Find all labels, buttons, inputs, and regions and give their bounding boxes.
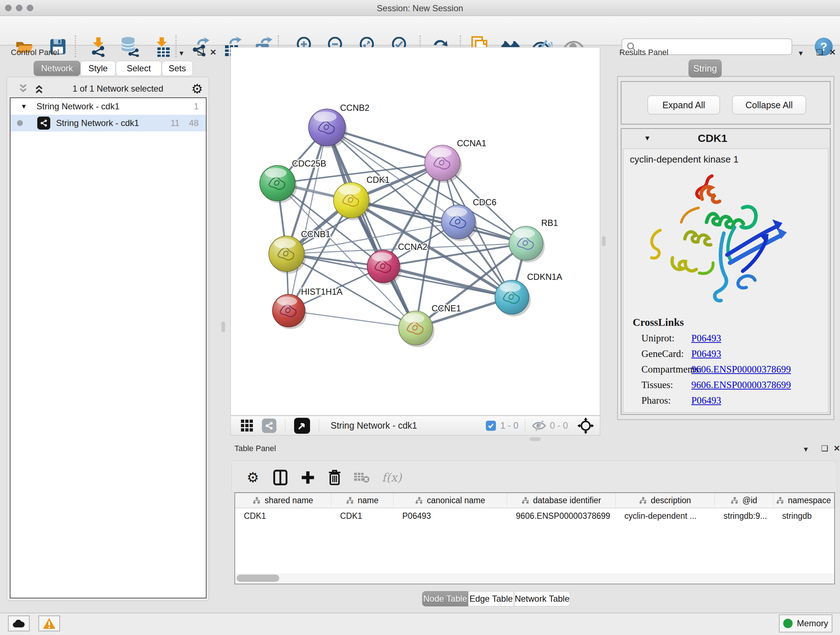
tab-string[interactable]: String [688, 59, 722, 78]
network-list: ▼ String Network - cdk1 1 String Network… [10, 97, 207, 599]
entry-description: cyclin-dependent kinase 1 [630, 154, 828, 165]
memory-status-dot-icon [783, 619, 793, 628]
show-column-selector-icon[interactable] [270, 467, 291, 488]
hidden-eye-slash-icon[interactable] [532, 420, 546, 432]
protein-structure-image [638, 168, 801, 313]
panel-menu-arrow-icon[interactable]: ▾ [180, 49, 183, 57]
crosslink-row: Uniprot: P06493 [623, 333, 828, 344]
column-header-namespace[interactable]: namespace [774, 493, 834, 508]
delete-column-trash-icon[interactable] [325, 467, 345, 488]
crosslink-link[interactable]: P06493 [691, 333, 722, 344]
column-tree-icon [522, 497, 530, 504]
crosslink-link[interactable]: 9606.ENSP00000378699 [691, 379, 791, 391]
panel-float-icon[interactable]: ❑ [816, 49, 823, 57]
table-cell[interactable]: CDK1 [332, 508, 393, 524]
table-cell[interactable]: stringdb:9... [715, 508, 774, 524]
string-network-graph[interactable]: CCNB2CCNA1CDC25BCDK1CDC6RB1CCNB1CCNA2CDK… [231, 48, 600, 415]
network-share-icon[interactable] [262, 418, 276, 433]
table-cell[interactable]: CDK1 [235, 508, 332, 524]
network-edge[interactable] [289, 310, 416, 328]
network-node-ccnb2[interactable]: CCNB2 [309, 103, 369, 148]
panel-menu-arrow-icon[interactable]: ▾ [799, 49, 803, 57]
detach-view-icon[interactable] [294, 418, 310, 434]
title-bar: Session: New Session [0, 0, 840, 16]
table-cell[interactable]: cyclin-dependent ... [616, 508, 715, 524]
memory-button[interactable]: Memory [779, 614, 832, 632]
collection-count: 1 [194, 101, 199, 111]
network-canvas[interactable]: CCNB2CCNA1CDC25BCDK1CDC6RB1CCNB1CCNA2CDK… [231, 47, 600, 416]
crosslink-link[interactable]: 9606.ENSP00000378699 [691, 364, 791, 375]
network-node-ccnb1[interactable]: CCNB1 [269, 229, 330, 274]
network-current-dot-icon [17, 120, 23, 126]
node-table: shared namenamecanonical namedatabase id… [234, 492, 835, 584]
results-panel-title: Results Panel [619, 48, 668, 57]
crosslink-link[interactable]: P06493 [691, 348, 722, 359]
tab-style[interactable]: Style [80, 61, 116, 76]
table-options-gear-icon[interactable]: ⚙ [243, 467, 263, 488]
tab-network-table[interactable]: Network Table [514, 591, 570, 606]
left-splitter-handle[interactable] [221, 321, 225, 333]
table-cell[interactable]: 9606.ENSP00000378699 [507, 508, 616, 524]
table-row[interactable]: CDK1CDK1P064939606.ENSP00000378699cyclin… [235, 508, 834, 524]
expand-collapse-bar: Expand All Collapse All [621, 81, 831, 125]
column-header-canonical-name[interactable]: canonical name [393, 493, 507, 508]
table-tabs: Node TableEdge TableNetwork Table [422, 591, 570, 606]
tab-edge-table[interactable]: Edge Table [468, 591, 514, 606]
table-horizontal-scrollbar[interactable] [235, 573, 834, 583]
collapse-all-button[interactable]: Collapse All [732, 96, 806, 114]
network-node-label: CDC25B [292, 158, 326, 168]
crosslink-link[interactable]: P06493 [691, 395, 722, 406]
scrollbar-thumb[interactable] [237, 575, 279, 582]
warnings-button[interactable] [38, 616, 60, 631]
network-edge[interactable] [289, 127, 327, 310]
table-header-row: shared namenamecanonical namedatabase id… [235, 493, 834, 508]
tab-network[interactable]: Network [34, 61, 80, 76]
network-node-rb1[interactable]: RB1 [509, 218, 558, 263]
tab-sets[interactable]: Sets [162, 61, 193, 76]
column-header--id[interactable]: @id [715, 493, 774, 508]
tab-node-table[interactable]: Node Table [422, 591, 468, 606]
network-node-label: HIST1H1A [301, 287, 343, 296]
network-row[interactable]: String Network - cdk1 11 48 [11, 115, 206, 131]
network-node-label: CCNE1 [431, 303, 461, 313]
column-header-description[interactable]: description [616, 493, 715, 508]
network-node-ccna1[interactable]: CCNA1 [425, 138, 486, 183]
collapse-all-chevron-icon[interactable] [18, 83, 28, 94]
grid-view-icon[interactable] [240, 419, 254, 432]
panel-close-icon[interactable]: ✕ [834, 445, 840, 453]
main-toolbar: ? [0, 16, 840, 46]
cdk1-entry-header[interactable]: ▼ CDK1 [622, 129, 830, 148]
table-cell[interactable]: stringdb [774, 508, 834, 524]
network-node-cdkn1a[interactable]: CDKN1A [495, 272, 562, 317]
network-node-hist1h1a[interactable]: HIST1H1A [272, 287, 343, 329]
bottom-splitter-handle[interactable] [530, 437, 540, 441]
expand-all-chevron-icon[interactable] [34, 83, 44, 94]
warning-triangle-icon [43, 618, 56, 629]
entry-expand-arrow-icon[interactable]: ▼ [644, 134, 651, 142]
network-options-gear-icon[interactable]: ⚙ [191, 81, 203, 96]
collection-expand-arrow-icon[interactable]: ▼ [21, 103, 27, 111]
fit-content-crosshair-icon[interactable] [577, 417, 594, 434]
selected-node-edge-counts: 1 - 0 [500, 420, 518, 431]
create-column-plus-icon[interactable] [298, 467, 318, 488]
panel-float-icon[interactable]: ❑ [197, 49, 204, 57]
network-edge[interactable] [327, 127, 416, 328]
selected-checkbox-icon[interactable] [486, 421, 496, 431]
cloud-status-button[interactable] [8, 616, 30, 631]
expand-all-button[interactable]: Expand All [647, 96, 720, 114]
network-node-cdk1[interactable]: CDK1 [333, 175, 390, 220]
column-header-name[interactable]: name [332, 493, 393, 508]
tab-select[interactable]: Select [116, 61, 162, 76]
panel-float-icon[interactable]: ❑ [821, 445, 829, 453]
function-builder-button[interactable]: f(x) [377, 467, 406, 488]
panel-close-icon[interactable]: ✕ [210, 49, 216, 57]
network-collection-row[interactable]: ▼ String Network - cdk1 1 [11, 98, 206, 115]
table-cell[interactable]: P06493 [393, 508, 507, 524]
column-header-database-identifier[interactable]: database identifier [507, 493, 616, 508]
right-splitter-handle[interactable] [602, 236, 606, 246]
network-view-title: String Network - cdk1 [331, 420, 417, 431]
panel-close-icon[interactable]: ✕ [829, 49, 836, 57]
column-header-shared-name[interactable]: shared name [235, 493, 332, 508]
delete-table-icon[interactable] [351, 467, 371, 488]
panel-menu-arrow-icon[interactable]: ▾ [804, 445, 808, 453]
